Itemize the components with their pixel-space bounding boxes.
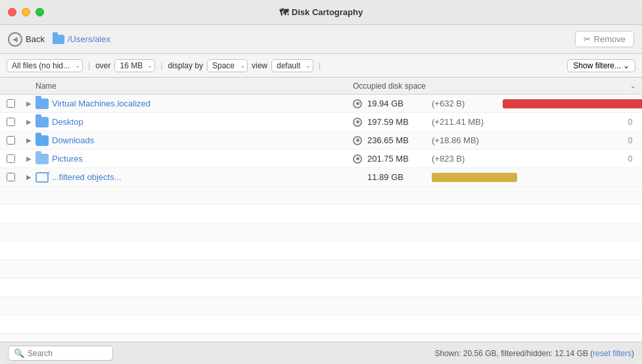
empty-row: [0, 297, 642, 315]
back-button[interactable]: ◀ Back: [8, 32, 45, 47]
search-box[interactable]: 🔍: [8, 346, 113, 361]
row-name[interactable]: Downloads: [35, 135, 353, 146]
row-checkbox-wrap[interactable]: [7, 173, 22, 181]
table-body: ▶ Virtual Machines.localized 19.94 GB (+…: [0, 95, 642, 342]
row-name-text: Downloads: [52, 135, 94, 145]
size-bar: [432, 173, 517, 182]
files-filter-wrap[interactable]: All files (no hid...: [7, 59, 83, 72]
row-expand-icon[interactable]: ▶: [22, 118, 35, 125]
row-delta: (+823 B): [432, 154, 497, 164]
filter-bar: All files (no hid... | over 16 MB | disp…: [0, 54, 642, 78]
app-icon: 🗺: [279, 7, 288, 18]
row-size: 201.75 MB: [367, 154, 426, 164]
show-filter-button[interactable]: Show filtere... ⌄: [567, 59, 635, 72]
row-expand-icon[interactable]: ▶: [22, 173, 35, 181]
radio-icon: [353, 136, 362, 145]
row-name[interactable]: Desktop: [35, 117, 353, 127]
row-disk: 19.94 GB (+632 B): [353, 99, 635, 109]
header-disk-label: Occupied disk space: [353, 81, 628, 91]
view-label: view: [252, 61, 267, 70]
close-button[interactable]: [8, 8, 16, 16]
title-bar: 🗺 Disk Cartography: [0, 0, 642, 25]
row-checkbox[interactable]: [7, 173, 15, 181]
status-text: Shown: 20.56 GB, filtered/hidden: 12.14 …: [434, 349, 634, 358]
row-disk: 201.75 MB (+823 B) 0: [353, 154, 635, 164]
row-checkbox[interactable]: [7, 99, 15, 108]
empty-row: [0, 242, 642, 260]
row-checkbox[interactable]: [7, 154, 15, 163]
remove-label: Remove: [594, 34, 626, 44]
row-expand-icon[interactable]: ▶: [22, 100, 35, 107]
separator-2: |: [160, 61, 162, 70]
table-row: ▶ Pictures 201.75 MB (+823 B) 0: [0, 150, 642, 168]
size-filter-wrap[interactable]: 16 MB: [114, 59, 155, 72]
row-name-text: Pictures: [52, 154, 83, 164]
remove-icon: ✂: [584, 34, 591, 44]
size-bar: [503, 99, 642, 108]
row-size: 236.65 MB: [367, 135, 426, 145]
bar-wrap: [503, 117, 620, 127]
table-row: ▶ Desktop 197.59 MB (+211.41 MB) 0: [0, 113, 642, 131]
filtered-icon: [35, 172, 49, 183]
display-by-label: display by: [168, 61, 203, 70]
row-disk: 197.59 MB (+211.41 MB) 0: [353, 117, 635, 127]
search-input[interactable]: [28, 349, 106, 358]
row-checkbox-wrap[interactable]: [7, 136, 22, 145]
row-name[interactable]: Virtual Machines.localized: [35, 99, 353, 109]
count-badge: 0: [625, 136, 635, 145]
row-size: 11.89 GB: [367, 172, 426, 182]
row-size: 19.94 GB: [367, 99, 426, 108]
empty-row: [0, 187, 642, 205]
size-filter-select[interactable]: 16 MB: [114, 59, 155, 72]
bar-wrap: [432, 172, 635, 183]
window-title-text: Disk Cartography: [292, 7, 363, 17]
row-name[interactable]: Pictures: [35, 154, 353, 164]
header-disk: Occupied disk space ⌄: [353, 81, 635, 91]
row-name-text: Desktop: [52, 117, 83, 127]
display-by-wrap[interactable]: Space: [207, 59, 248, 72]
files-filter-select[interactable]: All files (no hid...: [7, 59, 83, 72]
row-checkbox[interactable]: [7, 118, 15, 126]
status-text-end: ): [631, 349, 634, 358]
row-expand-icon[interactable]: ▶: [22, 137, 35, 144]
radio-icon: [353, 154, 362, 164]
table-row: ▶ Virtual Machines.localized 19.94 GB (+…: [0, 95, 642, 113]
bar-wrap: [503, 135, 620, 146]
row-checkbox-wrap[interactable]: [7, 99, 22, 108]
view-select[interactable]: default: [271, 59, 313, 72]
show-filter-arrow: ⌄: [623, 61, 630, 70]
row-checkbox-wrap[interactable]: [7, 118, 22, 126]
display-by-select[interactable]: Space: [207, 59, 248, 72]
row-name[interactable]: ...filtered objects...: [35, 172, 353, 183]
back-label: Back: [26, 34, 45, 44]
folder-icon: [35, 99, 49, 109]
path-display: /Users/alex: [53, 34, 110, 44]
minimize-button[interactable]: [22, 8, 30, 16]
count-badge: 0: [625, 154, 635, 164]
folder-icon: [35, 154, 49, 164]
folder-icon: [35, 135, 49, 146]
row-name-text: Virtual Machines.localized: [52, 99, 150, 108]
view-wrap[interactable]: default: [271, 59, 313, 72]
maximize-button[interactable]: [35, 8, 44, 16]
remove-button[interactable]: ✂ Remove: [575, 31, 634, 47]
show-filter-label: Show filtere...: [573, 61, 621, 70]
row-checkbox[interactable]: [7, 136, 15, 145]
row-expand-icon[interactable]: ▶: [22, 155, 35, 162]
folder-icon: [35, 117, 49, 127]
empty-rows: [0, 187, 642, 342]
current-path: /Users/alex: [68, 34, 110, 44]
back-icon: ◀: [8, 32, 22, 47]
sort-arrow-icon[interactable]: ⌄: [630, 82, 635, 89]
row-size: 197.59 MB: [367, 117, 426, 127]
row-checkbox-wrap[interactable]: [7, 154, 22, 163]
empty-row: [0, 205, 642, 223]
row-delta: (+18.86 MB): [432, 135, 497, 145]
empty-row: [0, 260, 642, 279]
bar-wrap: [503, 154, 620, 164]
empty-row: [0, 223, 642, 242]
reset-filters-link[interactable]: reset filters: [593, 349, 631, 358]
search-icon: 🔍: [14, 348, 24, 358]
empty-row: [0, 334, 642, 342]
radio-icon: [353, 118, 362, 127]
